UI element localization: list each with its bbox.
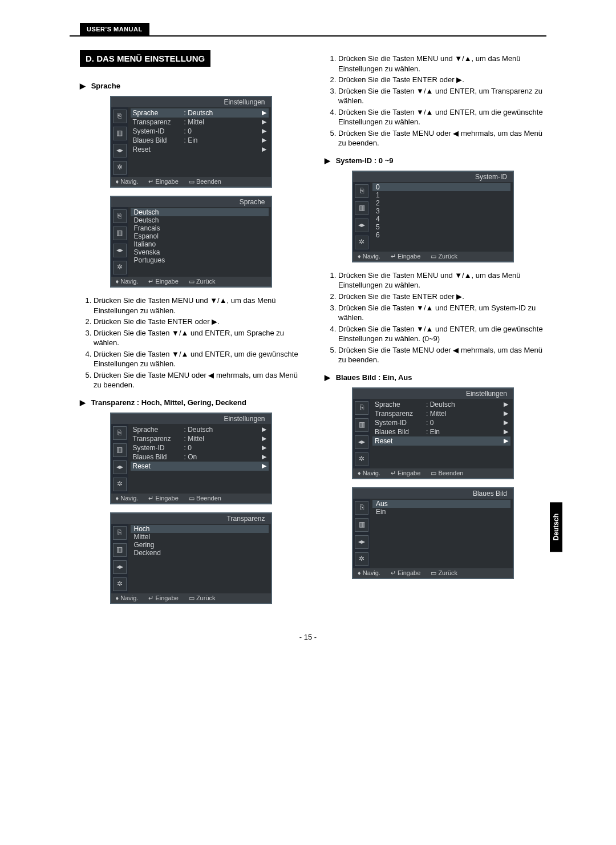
manual-label: USER'S MANUAL: [80, 23, 149, 35]
osd-title: Blaues Bild: [353, 488, 513, 499]
osd-icon: ✲: [113, 478, 127, 491]
osd-icon: ◂▸: [113, 560, 127, 574]
osd-icon: ⎘: [113, 526, 127, 540]
osd-row: Sprache: Deutsch▶: [372, 400, 510, 409]
osd-sprache-list: Sprache ⎘ ▥ ◂▸ ✲ DeutschDeutschFrancaisE…: [110, 196, 272, 288]
enter-icon: ↵: [148, 178, 153, 185]
section-title: D. DAS MENÜ EINSTELLUNG: [80, 50, 210, 67]
step-item: Drücken Sie die Taste MENU oder ◀ mehrma…: [338, 128, 546, 148]
osd-icon: ▥: [355, 518, 368, 532]
osd-icon: ◂▸: [113, 144, 127, 157]
osd-icon: ⎘: [113, 426, 127, 440]
heading-sprache-text: Sprache: [91, 82, 120, 90]
steps-systemid: Drücken Sie die Tasten MENU und ▼/▲, um …: [325, 270, 546, 365]
osd-row: Sprache: Deutsch▶: [131, 425, 269, 434]
osd-list-item: Svenska: [131, 248, 269, 256]
osd-title: Transparenz: [111, 514, 271, 524]
osd-list-item: 2: [372, 199, 510, 207]
page-number: - 15 -: [0, 633, 616, 641]
osd-list-item: 1: [372, 191, 510, 199]
osd-icon: ◂▸: [113, 244, 127, 257]
osd-footer: ♦ Navig. ↵ Eingabe ▭ Zurück: [111, 277, 271, 286]
osd-row: Sprache: Deutsch▶: [131, 108, 269, 118]
triangle-right-icon: ▶: [80, 398, 86, 407]
osd-list-item: 3: [372, 207, 510, 215]
updown-icon: ♦: [116, 595, 119, 601]
osd-icon: ✲: [113, 577, 127, 591]
osd-icon: ◂▸: [113, 460, 127, 474]
osd-list-item: 6: [372, 231, 510, 239]
heading-sprache: ▶ Sprache: [80, 82, 302, 90]
osd-row: System-ID: 0▶: [372, 418, 510, 427]
osd-list-item: Deutsch: [131, 208, 269, 216]
step-item: Drücken Sie die Taste MENU oder ◀ mehrma…: [94, 370, 302, 390]
osd-list-item: Deutsch: [131, 216, 269, 224]
osd-icon: ▥: [355, 201, 368, 215]
osd-einstellungen-trans: Einstellungen ⎘ ▥ ◂▸ ✲ Sprache: Deutsch▶…: [110, 413, 272, 504]
step-item: Drücken Sie die Tasten MENU und ▼/▲, um …: [94, 296, 302, 316]
osd-einstellungen-blau: Einstellungen ⎘ ▥ ◂▸ ✲ Sprache: Deutsch▶…: [352, 387, 514, 479]
triangle-right-icon: ▶: [80, 82, 86, 90]
triangle-right-icon: ▶: [325, 373, 330, 382]
osd-list-item: Ein: [372, 508, 510, 516]
right-column: Drücken Sie die Tasten MENU und ▼/▲, um …: [325, 50, 546, 612]
osd-icon-strip: ⎘ ▥ ◂▸ ✲: [353, 499, 370, 568]
osd-row: Reset▶: [372, 436, 510, 446]
osd-footer: ♦ Navig. ↵ Eingabe ▭ Zurück: [111, 593, 271, 603]
osd-icon: ⎘: [355, 401, 368, 415]
osd-list-item: Hoch: [131, 525, 269, 533]
enter-icon: ↵: [391, 253, 396, 260]
step-item: Drücken Sie die Taste ENTER oder ▶.: [338, 292, 546, 302]
menu-icon: ▭: [431, 470, 436, 476]
step-item: Drücken Sie die Tasten ▼/▲ und ENTER, um…: [94, 349, 302, 369]
osd-icon: ✲: [355, 452, 368, 466]
osd-list-item: Deckend: [131, 549, 269, 557]
osd-blauesbild-list: Blaues Bild ⎘ ▥ ◂▸ ✲ AusEin ♦ Navig. ↵ E…: [352, 487, 514, 579]
steps-transparenz: Drücken Sie die Tasten MENU und ▼/▲, um …: [325, 54, 546, 148]
osd-row: System-ID: 0▶: [131, 443, 269, 452]
step-item: Drücken Sie die Taste ENTER oder ▶.: [338, 75, 546, 85]
left-column: D. DAS MENÜ EINSTELLUNG ▶ Sprache Einste…: [80, 50, 302, 612]
enter-icon: ↵: [148, 595, 153, 601]
step-item: Drücken Sie die Tasten MENU und ▼/▲, um …: [338, 54, 546, 74]
osd-row: Transparenz: Mittel▶: [131, 434, 269, 443]
osd-icon: ⎘: [113, 209, 127, 223]
heading-systemid-text: System-ID : 0 ~9: [336, 156, 394, 165]
step-item: Drücken Sie die Tasten ▼/▲ und ENTER, um…: [94, 328, 302, 348]
osd-footer: ♦ Navig. ↵ Eingabe ▭ Beenden: [353, 468, 513, 478]
steps-sprache: Drücken Sie die Tasten MENU und ▼/▲, um …: [80, 296, 302, 390]
heading-systemid: ▶ System-ID : 0 ~9: [325, 156, 546, 165]
osd-icon: ▥: [113, 127, 127, 140]
triangle-right-icon: ▶: [325, 156, 330, 165]
menu-icon: ▭: [189, 278, 194, 285]
osd-icon: ▥: [113, 443, 127, 457]
osd-icon: ◂▸: [355, 435, 368, 449]
osd-footer: ♦ Navig. ↵ Eingabe ▭ Beenden: [111, 177, 271, 187]
updown-icon: ♦: [116, 278, 119, 285]
osd-title: System-ID: [353, 172, 513, 182]
osd-icon: ◂▸: [355, 219, 368, 232]
enter-icon: ↵: [391, 470, 396, 476]
updown-icon: ♦: [116, 178, 119, 185]
osd-icon: ▥: [113, 543, 127, 557]
enter-icon: ↵: [148, 495, 153, 502]
heading-blauesbild: ▶ Blaues Bild : Ein, Aus: [325, 373, 546, 382]
osd-list-item: 4: [372, 215, 510, 223]
updown-icon: ♦: [358, 569, 361, 576]
osd-icon: ◂▸: [355, 535, 368, 549]
step-item: Drücken Sie die Tasten MENU und ▼/▲, um …: [338, 270, 546, 290]
osd-icon: ▥: [113, 227, 127, 240]
osd-list-item: Francais: [131, 224, 269, 232]
osd-row: Reset▶: [131, 462, 269, 471]
osd-footer: ♦ Navig. ↵ Eingabe ▭ Zurück: [353, 252, 513, 261]
osd-transparenz-list: Transparenz ⎘ ▥ ◂▸ ✲ HochMittelGeringDec…: [110, 512, 272, 604]
osd-row: Transparenz: Mittel▶: [372, 409, 510, 418]
heading-transparenz-text: Transparenz : Hoch, Mittel, Gering, Deck…: [91, 398, 246, 407]
step-item: Drücken Sie die Tasten ▼/▲ und ENTER, um…: [338, 86, 546, 106]
updown-icon: ♦: [358, 253, 361, 260]
osd-title: Sprache: [111, 197, 271, 207]
osd-row: Blaues Bild: Ein▶: [131, 136, 269, 145]
enter-icon: ↵: [148, 278, 153, 285]
menu-icon: ▭: [431, 569, 436, 576]
osd-icon: ⎘: [355, 184, 368, 198]
